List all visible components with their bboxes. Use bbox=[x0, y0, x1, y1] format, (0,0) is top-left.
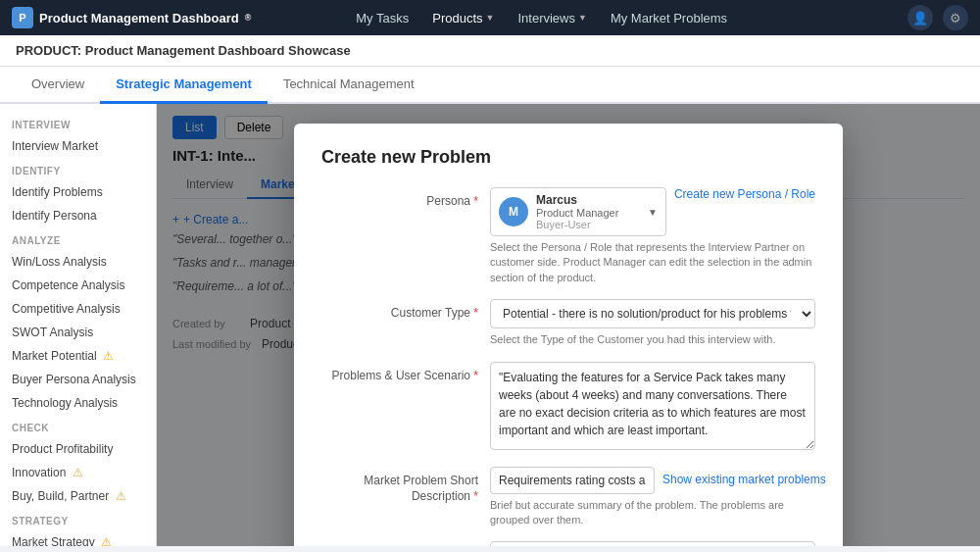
nav-interviews[interactable]: Interviews ▼ bbox=[508, 5, 596, 31]
sidebar: INTERVIEW Interview Market IDENTIFY Iden… bbox=[0, 104, 157, 546]
modal: Create new Problem Persona * M bbox=[294, 124, 843, 546]
nav-my-market-problems[interactable]: My Market Problems bbox=[601, 5, 737, 31]
products-arrow-icon: ▼ bbox=[486, 13, 495, 23]
modal-overlay: Create new Problem Persona * M bbox=[157, 104, 980, 546]
tab-technical-management[interactable]: Technical Management bbox=[268, 67, 430, 104]
persona-label: Persona * bbox=[321, 187, 478, 210]
persona-role2: Buyer-User bbox=[536, 219, 640, 230]
sidebar-item-identify-problems[interactable]: Identify Problems bbox=[0, 180, 156, 204]
sub-header: PRODUCT: Product Management Dashboard Sh… bbox=[0, 35, 980, 67]
frequency-input[interactable] bbox=[490, 541, 815, 546]
brand-tm: ® bbox=[245, 13, 252, 23]
sidebar-section-analyze: ANALYZE Win/Loss Analysis Competence Ana… bbox=[0, 227, 156, 415]
sidebar-label-identify: IDENTIFY bbox=[0, 158, 156, 180]
sidebar-item-product-profitability[interactable]: Product Profitability bbox=[0, 437, 156, 461]
sidebar-section-strategy: STRATEGY Market Strategy ⚠ Portfolio Str… bbox=[0, 508, 156, 546]
sidebar-label-strategy: STRATEGY bbox=[0, 508, 156, 530]
persona-name: Marcus bbox=[536, 193, 640, 207]
sidebar-item-interview-market[interactable]: Interview Market bbox=[0, 134, 156, 158]
sidebar-section-interview: INTERVIEW Interview Market bbox=[0, 112, 156, 158]
problems-required-star: * bbox=[473, 369, 478, 382]
problems-control-wrap: "Evaluating the features for a Service P… bbox=[490, 362, 815, 453]
persona-control-wrap: M Marcus Product Manager Buyer-User ▼ Cr… bbox=[490, 187, 815, 285]
persona-info: Marcus Product Manager Buyer-User bbox=[536, 193, 640, 230]
persona-required-star: * bbox=[473, 194, 478, 208]
form-row-frequency: Frequency How often does the problem occ… bbox=[321, 541, 815, 546]
frequency-label: Frequency bbox=[321, 541, 478, 546]
create-persona-link[interactable]: Create new Persona / Role bbox=[674, 187, 815, 201]
sidebar-item-buyer-persona[interactable]: Buyer Persona Analysis bbox=[0, 368, 156, 391]
innovation-warn-icon: ⚠ bbox=[73, 466, 83, 479]
form-row-problems: Problems & User Scenario * "Evaluating t… bbox=[321, 362, 815, 453]
sidebar-item-swot[interactable]: SWOT Analysis bbox=[0, 321, 156, 344]
persona-role: Product Manager bbox=[536, 207, 640, 219]
user-icon[interactable]: 👤 bbox=[907, 5, 933, 30]
content-area: List Delete INT-1: Inte... Interview Mar… bbox=[157, 104, 980, 546]
build-partner-warn-icon: ⚠ bbox=[116, 489, 126, 503]
tab-bar: Overview Strategic Management Technical … bbox=[0, 67, 980, 104]
sidebar-item-market-strategy[interactable]: Market Strategy ⚠ bbox=[0, 530, 156, 546]
brand-label: Product Management Dashboard bbox=[39, 11, 239, 25]
sidebar-item-competitive[interactable]: Competitive Analysis bbox=[0, 297, 156, 321]
market-potential-warn-icon: ⚠ bbox=[103, 349, 114, 363]
form-row-market-problem: Market Problem Short Description * Show … bbox=[321, 467, 815, 528]
short-desc-row: Show existing market problems bbox=[490, 467, 826, 494]
persona-hint: Select the Persona / Role that represent… bbox=[490, 240, 815, 285]
problems-label: Problems & User Scenario * bbox=[321, 362, 478, 384]
sidebar-label-interview: INTERVIEW bbox=[0, 112, 156, 134]
sidebar-item-market-potential[interactable]: Market Potential ⚠ bbox=[0, 344, 156, 368]
modal-title: Create new Problem bbox=[321, 147, 815, 168]
brand: P Product Management Dashboard ® bbox=[12, 7, 251, 28]
sidebar-item-win-loss[interactable]: Win/Loss Analysis bbox=[0, 250, 156, 274]
form-row-customer-type: Customer Type * Potential - there is no … bbox=[321, 299, 815, 347]
problems-textarea[interactable]: "Evaluating the features for a Service P… bbox=[490, 362, 815, 450]
market-problem-required-star: * bbox=[473, 489, 478, 503]
customer-type-label: Customer Type * bbox=[321, 299, 478, 322]
tab-strategic-management[interactable]: Strategic Management bbox=[100, 67, 268, 104]
nav-right: 👤 ⚙ bbox=[907, 5, 968, 30]
top-nav: P Product Management Dashboard ® My Task… bbox=[0, 0, 980, 35]
show-problems-link[interactable]: Show existing market problems bbox=[662, 467, 826, 486]
customer-type-required-star: * bbox=[473, 306, 478, 320]
brand-icon: P bbox=[12, 7, 33, 28]
sidebar-item-buy-build-partner[interactable]: Buy, Build, Partner ⚠ bbox=[0, 484, 156, 508]
form-row-persona: Persona * M Marcus Product Manage bbox=[321, 187, 815, 285]
persona-select[interactable]: M Marcus Product Manager Buyer-User ▼ bbox=[490, 187, 666, 236]
sidebar-label-analyze: ANALYZE bbox=[0, 227, 156, 250]
sidebar-item-identify-persona[interactable]: Identify Persona bbox=[0, 204, 156, 227]
main-layout: INTERVIEW Interview Market IDENTIFY Iden… bbox=[0, 104, 980, 546]
customer-type-hint: Select the Type of the Customer you had … bbox=[490, 332, 815, 347]
settings-icon[interactable]: ⚙ bbox=[943, 5, 968, 30]
nav-products[interactable]: Products ▼ bbox=[422, 5, 504, 31]
customer-type-select[interactable]: Potential - there is no solution/product… bbox=[490, 299, 815, 328]
sidebar-label-check: CHECK bbox=[0, 415, 156, 437]
market-problem-input[interactable] bbox=[490, 467, 655, 494]
market-problem-label: Market Problem Short Description * bbox=[321, 467, 478, 506]
sidebar-section-identify: IDENTIFY Identify Problems Identify Pers… bbox=[0, 158, 156, 227]
customer-type-control-wrap: Potential - there is no solution/product… bbox=[490, 299, 815, 347]
sidebar-item-innovation[interactable]: Innovation ⚠ bbox=[0, 461, 156, 484]
sub-header-text: PRODUCT: Product Management Dashboard Sh… bbox=[16, 43, 351, 58]
market-strategy-warn-icon: ⚠ bbox=[101, 535, 112, 546]
market-problem-control-wrap: Show existing market problems Brief but … bbox=[490, 467, 826, 528]
nav-my-tasks[interactable]: My Tasks bbox=[346, 5, 418, 31]
nav-links: My Tasks Products ▼ Interviews ▼ My Mark… bbox=[346, 5, 737, 31]
sidebar-item-technology[interactable]: Technology Analysis bbox=[0, 391, 156, 415]
tab-overview[interactable]: Overview bbox=[16, 67, 100, 104]
persona-avatar: M bbox=[499, 197, 528, 226]
sidebar-item-competence[interactable]: Competence Analysis bbox=[0, 274, 156, 297]
frequency-control-wrap: How often does the problem occur, e.g. e… bbox=[490, 541, 815, 546]
interviews-arrow-icon: ▼ bbox=[578, 13, 587, 23]
sidebar-section-check: CHECK Product Profitability Innovation ⚠… bbox=[0, 415, 156, 508]
market-problem-hint: Brief but accurate summary of the proble… bbox=[490, 498, 826, 528]
persona-select-arrow-icon: ▼ bbox=[648, 207, 658, 218]
